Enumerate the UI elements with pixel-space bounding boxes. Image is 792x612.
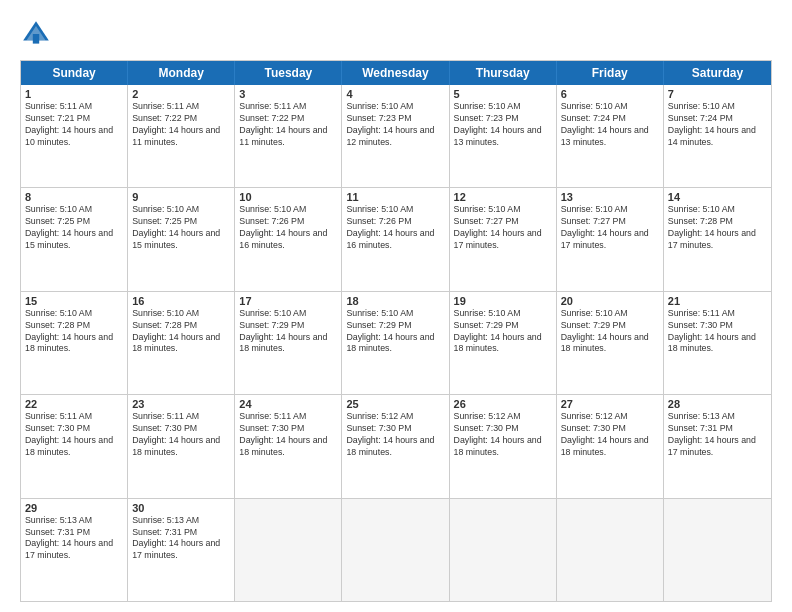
cell-info: Sunrise: 5:10 AM Sunset: 7:27 PM Dayligh… (561, 204, 659, 252)
page: Sunday Monday Tuesday Wednesday Thursday… (0, 0, 792, 612)
table-row: 28Sunrise: 5:13 AM Sunset: 7:31 PM Dayli… (664, 395, 771, 497)
header-tuesday: Tuesday (235, 61, 342, 85)
table-row: 11Sunrise: 5:10 AM Sunset: 7:26 PM Dayli… (342, 188, 449, 290)
cell-info: Sunrise: 5:10 AM Sunset: 7:28 PM Dayligh… (25, 308, 123, 356)
day-number: 8 (25, 191, 123, 203)
day-number: 24 (239, 398, 337, 410)
calendar-row: 22Sunrise: 5:11 AM Sunset: 7:30 PM Dayli… (21, 394, 771, 497)
cell-info: Sunrise: 5:10 AM Sunset: 7:26 PM Dayligh… (239, 204, 337, 252)
table-row: 6Sunrise: 5:10 AM Sunset: 7:24 PM Daylig… (557, 85, 664, 187)
table-row: 29Sunrise: 5:13 AM Sunset: 7:31 PM Dayli… (21, 499, 128, 601)
cell-info: Sunrise: 5:13 AM Sunset: 7:31 PM Dayligh… (132, 515, 230, 563)
day-number: 12 (454, 191, 552, 203)
table-row: 3Sunrise: 5:11 AM Sunset: 7:22 PM Daylig… (235, 85, 342, 187)
calendar: Sunday Monday Tuesday Wednesday Thursday… (20, 60, 772, 602)
day-number: 30 (132, 502, 230, 514)
table-row: 2Sunrise: 5:11 AM Sunset: 7:22 PM Daylig… (128, 85, 235, 187)
table-row: 12Sunrise: 5:10 AM Sunset: 7:27 PM Dayli… (450, 188, 557, 290)
cell-info: Sunrise: 5:10 AM Sunset: 7:23 PM Dayligh… (346, 101, 444, 149)
day-number: 27 (561, 398, 659, 410)
day-number: 23 (132, 398, 230, 410)
logo (20, 18, 56, 50)
cell-info: Sunrise: 5:12 AM Sunset: 7:30 PM Dayligh… (561, 411, 659, 459)
table-row (664, 499, 771, 601)
day-number: 10 (239, 191, 337, 203)
day-number: 1 (25, 88, 123, 100)
day-number: 20 (561, 295, 659, 307)
cell-info: Sunrise: 5:10 AM Sunset: 7:28 PM Dayligh… (132, 308, 230, 356)
table-row: 25Sunrise: 5:12 AM Sunset: 7:30 PM Dayli… (342, 395, 449, 497)
table-row (235, 499, 342, 601)
day-number: 6 (561, 88, 659, 100)
cell-info: Sunrise: 5:10 AM Sunset: 7:29 PM Dayligh… (346, 308, 444, 356)
day-number: 17 (239, 295, 337, 307)
day-number: 26 (454, 398, 552, 410)
day-number: 14 (668, 191, 767, 203)
cell-info: Sunrise: 5:10 AM Sunset: 7:29 PM Dayligh… (239, 308, 337, 356)
table-row (450, 499, 557, 601)
table-row: 17Sunrise: 5:10 AM Sunset: 7:29 PM Dayli… (235, 292, 342, 394)
table-row: 7Sunrise: 5:10 AM Sunset: 7:24 PM Daylig… (664, 85, 771, 187)
table-row: 1Sunrise: 5:11 AM Sunset: 7:21 PM Daylig… (21, 85, 128, 187)
header (20, 18, 772, 50)
table-row: 13Sunrise: 5:10 AM Sunset: 7:27 PM Dayli… (557, 188, 664, 290)
cell-info: Sunrise: 5:10 AM Sunset: 7:26 PM Dayligh… (346, 204, 444, 252)
day-number: 9 (132, 191, 230, 203)
table-row: 22Sunrise: 5:11 AM Sunset: 7:30 PM Dayli… (21, 395, 128, 497)
cell-info: Sunrise: 5:10 AM Sunset: 7:25 PM Dayligh… (25, 204, 123, 252)
cell-info: Sunrise: 5:10 AM Sunset: 7:28 PM Dayligh… (668, 204, 767, 252)
table-row: 14Sunrise: 5:10 AM Sunset: 7:28 PM Dayli… (664, 188, 771, 290)
table-row: 16Sunrise: 5:10 AM Sunset: 7:28 PM Dayli… (128, 292, 235, 394)
table-row: 24Sunrise: 5:11 AM Sunset: 7:30 PM Dayli… (235, 395, 342, 497)
calendar-row: 1Sunrise: 5:11 AM Sunset: 7:21 PM Daylig… (21, 85, 771, 187)
day-number: 2 (132, 88, 230, 100)
table-row: 10Sunrise: 5:10 AM Sunset: 7:26 PM Dayli… (235, 188, 342, 290)
table-row: 9Sunrise: 5:10 AM Sunset: 7:25 PM Daylig… (128, 188, 235, 290)
cell-info: Sunrise: 5:10 AM Sunset: 7:29 PM Dayligh… (454, 308, 552, 356)
cell-info: Sunrise: 5:11 AM Sunset: 7:30 PM Dayligh… (132, 411, 230, 459)
table-row (342, 499, 449, 601)
day-number: 25 (346, 398, 444, 410)
table-row: 23Sunrise: 5:11 AM Sunset: 7:30 PM Dayli… (128, 395, 235, 497)
table-row: 8Sunrise: 5:10 AM Sunset: 7:25 PM Daylig… (21, 188, 128, 290)
cell-info: Sunrise: 5:10 AM Sunset: 7:27 PM Dayligh… (454, 204, 552, 252)
cell-info: Sunrise: 5:11 AM Sunset: 7:30 PM Dayligh… (25, 411, 123, 459)
day-number: 15 (25, 295, 123, 307)
cell-info: Sunrise: 5:11 AM Sunset: 7:22 PM Dayligh… (239, 101, 337, 149)
day-number: 13 (561, 191, 659, 203)
header-sunday: Sunday (21, 61, 128, 85)
header-friday: Friday (557, 61, 664, 85)
calendar-row: 29Sunrise: 5:13 AM Sunset: 7:31 PM Dayli… (21, 498, 771, 601)
cell-info: Sunrise: 5:11 AM Sunset: 7:30 PM Dayligh… (668, 308, 767, 356)
logo-icon (20, 18, 52, 50)
header-thursday: Thursday (450, 61, 557, 85)
table-row: 18Sunrise: 5:10 AM Sunset: 7:29 PM Dayli… (342, 292, 449, 394)
day-number: 18 (346, 295, 444, 307)
calendar-body: 1Sunrise: 5:11 AM Sunset: 7:21 PM Daylig… (21, 85, 771, 601)
day-number: 19 (454, 295, 552, 307)
day-number: 21 (668, 295, 767, 307)
calendar-header: Sunday Monday Tuesday Wednesday Thursday… (21, 61, 771, 85)
table-row: 30Sunrise: 5:13 AM Sunset: 7:31 PM Dayli… (128, 499, 235, 601)
cell-info: Sunrise: 5:11 AM Sunset: 7:30 PM Dayligh… (239, 411, 337, 459)
cell-info: Sunrise: 5:11 AM Sunset: 7:22 PM Dayligh… (132, 101, 230, 149)
day-number: 29 (25, 502, 123, 514)
header-saturday: Saturday (664, 61, 771, 85)
table-row: 19Sunrise: 5:10 AM Sunset: 7:29 PM Dayli… (450, 292, 557, 394)
cell-info: Sunrise: 5:10 AM Sunset: 7:24 PM Dayligh… (668, 101, 767, 149)
table-row: 5Sunrise: 5:10 AM Sunset: 7:23 PM Daylig… (450, 85, 557, 187)
cell-info: Sunrise: 5:10 AM Sunset: 7:23 PM Dayligh… (454, 101, 552, 149)
day-number: 22 (25, 398, 123, 410)
day-number: 3 (239, 88, 337, 100)
day-number: 28 (668, 398, 767, 410)
table-row: 21Sunrise: 5:11 AM Sunset: 7:30 PM Dayli… (664, 292, 771, 394)
cell-info: Sunrise: 5:12 AM Sunset: 7:30 PM Dayligh… (454, 411, 552, 459)
cell-info: Sunrise: 5:11 AM Sunset: 7:21 PM Dayligh… (25, 101, 123, 149)
calendar-row: 15Sunrise: 5:10 AM Sunset: 7:28 PM Dayli… (21, 291, 771, 394)
cell-info: Sunrise: 5:10 AM Sunset: 7:24 PM Dayligh… (561, 101, 659, 149)
day-number: 11 (346, 191, 444, 203)
svg-rect-2 (33, 34, 39, 44)
table-row: 27Sunrise: 5:12 AM Sunset: 7:30 PM Dayli… (557, 395, 664, 497)
cell-info: Sunrise: 5:10 AM Sunset: 7:29 PM Dayligh… (561, 308, 659, 356)
table-row: 26Sunrise: 5:12 AM Sunset: 7:30 PM Dayli… (450, 395, 557, 497)
